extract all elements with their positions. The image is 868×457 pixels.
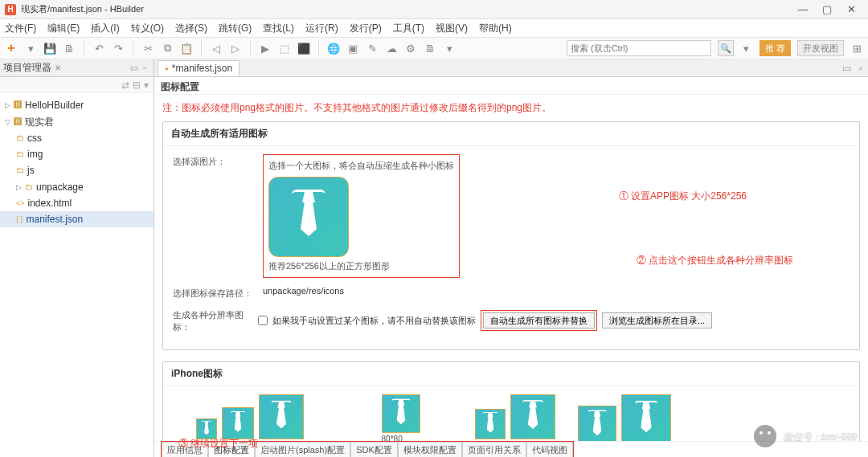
debug-icon[interactable]: ⬚ [278,42,291,55]
icon-114[interactable] [510,394,555,439]
folder-icon: 🗀 [16,164,24,177]
caret-icon [5,115,10,129]
folder-icon: 🗀 [25,181,33,194]
forward-icon[interactable]: ▷ [229,42,242,55]
caret-icon [16,180,22,194]
generate-all-button[interactable]: 自动生成所有图标并替换 [483,312,595,328]
html-icon: <> [16,197,25,210]
json-icon: { } [16,213,23,226]
tree-folder-unpackage[interactable]: 🗀unpackage [0,178,154,195]
menu-escape[interactable]: 转义(O) [131,22,164,35]
menu-goto[interactable]: 跳转(G) [219,22,252,35]
tree-file-index[interactable]: <>index.html [0,195,154,211]
cut-icon[interactable]: ✂ [141,42,154,55]
choose-hint: 选择一个大图标，将会自动压缩生成各种小图标 [268,160,454,172]
dev-view-button[interactable]: 开发视图 [797,40,844,56]
editor-tab-manifest[interactable]: ● *manifest.json [158,60,240,76]
minimize-button[interactable]: — [791,2,815,18]
folder-icon: 🗀 [16,132,24,145]
panel-title: 自动生成所有适用图标 [163,122,859,146]
save-path-value: unpackage/res/icons [263,286,344,296]
tree-project-hello[interactable]: 🅷HelloHBuilder [0,96,154,113]
paste-icon[interactable]: 📋 [180,42,193,55]
menu-find[interactable]: 查找(L) [263,22,294,35]
panel-close-icon[interactable]: ✕ [55,63,61,72]
source-image-zone[interactable]: 选择一个大图标，将会自动压缩生成各种小图标 推荐256*256以上的正方形图形 [263,154,460,278]
icon-120[interactable] [578,406,616,444]
menu-file[interactable]: 文件(F) [5,22,36,35]
tree-folder-css[interactable]: 🗀css [0,130,154,146]
warning-text: 注：图标必须使用png格式的图片。不支持其他格式的图片通过修改后缀名得到的png… [162,101,860,115]
run-icon[interactable]: ▶ [259,42,272,55]
browser-icon[interactable]: 🌐 [327,42,340,55]
recommend-view-button[interactable]: 推 荐 [760,40,791,56]
terminal-icon[interactable]: ▣ [346,42,359,55]
menu-run[interactable]: 运行(R) [305,22,338,35]
icon-58[interactable] [222,407,254,439]
global-search-input[interactable] [567,40,711,56]
menu-insert[interactable]: 插入(I) [91,22,119,35]
undo-icon[interactable]: ↶ [92,42,105,55]
menubar: 文件(F) 编辑(E) 插入(I) 转义(O) 选择(S) 跳转(G) 查找(L… [0,19,868,37]
redo-icon[interactable]: ↷ [112,42,125,55]
app-logo: H [5,4,16,15]
stop-icon[interactable]: ⬛ [297,42,310,55]
annotation-3: ③ 继续设置下一项 [178,437,258,451]
menu-edit[interactable]: 编辑(E) [47,22,80,35]
tab-page-ref[interactable]: 页面引用关系 [462,442,526,457]
panel-more-icon[interactable]: ▾ [144,80,149,91]
tree-folder-img[interactable]: 🗀img [0,146,154,162]
expand-icon[interactable]: ⊞ [850,42,863,55]
gen-button-highlight: 自动生成所有图标并替换 [481,310,597,331]
editor-section-title: 图标配置 [154,77,868,95]
project-tree: 🅷HelloHBuilder 🅷现实君 🗀css 🗀img 🗀js 🗀unpac… [0,93,154,231]
tree-folder-js[interactable]: 🗀js [0,162,154,178]
tree-project-xianshijun[interactable]: 🅷现实君 [0,113,154,130]
panel-min-icon[interactable]: ▫ [139,63,150,72]
project-icon: 🅷 [14,99,22,112]
cloud-icon[interactable]: ☁ [385,42,398,55]
collapse-all-icon[interactable]: ⊟ [133,80,141,91]
close-button[interactable]: ✕ [839,2,863,18]
wand-icon[interactable]: ✎ [366,42,379,55]
tab-code-view[interactable]: 代码视图 [526,442,573,457]
icon-87[interactable] [259,394,304,439]
annotation-1: ① 设置APP图标 大小256*256 [619,190,747,203]
menu-select[interactable]: 选择(S) [175,22,207,35]
select-source-label: 选择源图片： [173,154,253,168]
menu-tools[interactable]: 工具(T) [393,22,424,35]
gen-label: 生成各种分辨率图标： [173,308,253,333]
tab-splash[interactable]: 启动图片(splash)配置 [255,442,350,457]
tab-sdk[interactable]: SDK配置 [350,442,398,457]
save-path-label: 选择图标保存路径： [173,286,253,300]
link-editor-icon[interactable]: ⇄ [121,80,129,91]
panel-menu-icon[interactable]: ▭ [128,63,139,72]
skip-manual-label: 如果我手动设置过某个图标，请不用自动替换该图标 [272,315,476,327]
icon-80[interactable] [382,394,420,433]
settings-icon[interactable]: ⚙ [404,42,417,55]
new-icon[interactable]: + [5,42,18,55]
copy-icon[interactable]: ⧉ [161,42,174,55]
doc-icon[interactable]: 🗎 [424,42,436,55]
skip-manual-checkbox[interactable] [258,316,268,325]
folder-icon: 🗀 [16,148,24,161]
icon-180[interactable] [621,394,671,444]
size-hint: 推荐256*256以上的正方形图形 [268,260,454,272]
back-icon[interactable]: ◁ [210,42,223,55]
menu-release[interactable]: 发行(P) [350,22,382,35]
save-icon[interactable]: 💾 [43,42,56,55]
menu-help[interactable]: 帮助(H) [479,22,512,35]
search-button[interactable]: 🔍 [718,40,734,56]
app-icon-preview[interactable] [268,177,349,257]
tab-module-permission[interactable]: 模块权限配置 [398,442,462,457]
editor-min-icon[interactable]: ▫ [854,63,868,74]
annotation-2: ② 点击这个按钮生成各种分辨率图标 [637,254,793,267]
editor-max-icon[interactable]: ▭ [839,63,854,74]
menu-view[interactable]: 视图(V) [436,22,468,35]
window-title: 现实君/manifest.json - HBuilder [21,3,791,15]
browse-output-button[interactable]: 浏览生成图标所在目录... [602,312,712,328]
maximize-button[interactable]: ▢ [815,2,839,18]
icon-57[interactable] [475,409,506,439]
tree-file-manifest[interactable]: { }manifest.json [0,211,154,227]
saveall-icon[interactable]: 🗎 [63,42,76,55]
